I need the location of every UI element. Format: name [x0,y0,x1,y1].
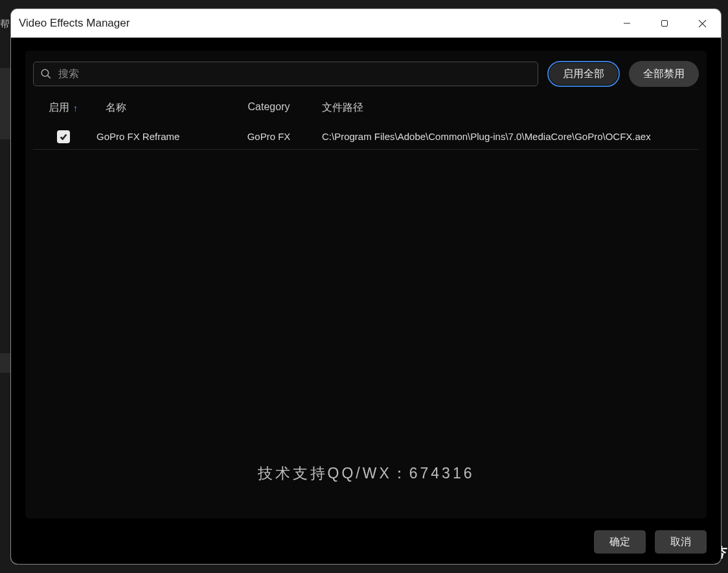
content-panel: 启用全部 全部禁用 启用 ↑ 名称 Category 文件路径 [25,51,707,519]
disable-all-button[interactable]: 全部禁用 [629,61,699,87]
enable-checkbox[interactable] [57,130,70,143]
bg-stripe [0,68,11,139]
svg-line-5 [48,76,51,78]
close-button[interactable] [683,9,721,38]
svg-rect-1 [662,21,668,27]
bg-stripe [0,353,11,373]
titlebar[interactable]: Video Effects Manager [11,9,721,38]
column-header-category[interactable]: Category [230,101,308,115]
window-controls [608,9,721,38]
search-icon [40,68,52,80]
minimize-button[interactable] [608,9,646,38]
maximize-button[interactable] [646,9,683,38]
dialog-footer: 确定 取消 [25,519,707,554]
cell-enable [33,130,94,143]
cell-category: GoPro FX [230,131,308,142]
search-input[interactable] [58,68,531,80]
search-field-wrap[interactable] [33,62,538,86]
maximize-icon [661,19,668,27]
dialog-body: 启用全部 全部禁用 启用 ↑ 名称 Category 文件路径 [11,38,721,564]
video-effects-manager-dialog: Video Effects Manager 启用全部 [11,9,721,564]
enable-all-button[interactable]: 启用全部 [547,61,620,87]
support-watermark: 技术支持QQ/WX：674316 [258,463,475,484]
column-header-path[interactable]: 文件路径 [308,101,699,115]
svg-point-4 [41,69,49,76]
table-header-row: 启用 ↑ 名称 Category 文件路径 [33,93,699,124]
table-body: GoPro FX Reframe GoPro FX C:\Program Fil… [33,124,699,512]
bg-menu-fragment: 帮 [0,18,10,30]
column-header-name[interactable]: 名称 [94,101,230,115]
toolbar: 启用全部 全部禁用 [33,61,699,87]
cancel-button[interactable]: 取消 [655,530,707,554]
ok-button[interactable]: 确定 [594,530,646,554]
table-row[interactable]: GoPro FX Reframe GoPro FX C:\Program Fil… [33,124,699,150]
sort-ascending-icon: ↑ [73,103,78,113]
column-header-enable[interactable]: 启用 ↑ [33,101,94,115]
close-icon [698,19,707,28]
checkmark-icon [59,132,68,141]
cell-path: C:\Program Files\Adobe\Common\Plug-ins\7… [308,131,699,142]
cell-name: GoPro FX Reframe [94,131,230,142]
column-header-enable-label: 启用 [49,101,69,115]
minimize-icon [623,19,631,27]
window-title: Video Effects Manager [19,17,608,30]
